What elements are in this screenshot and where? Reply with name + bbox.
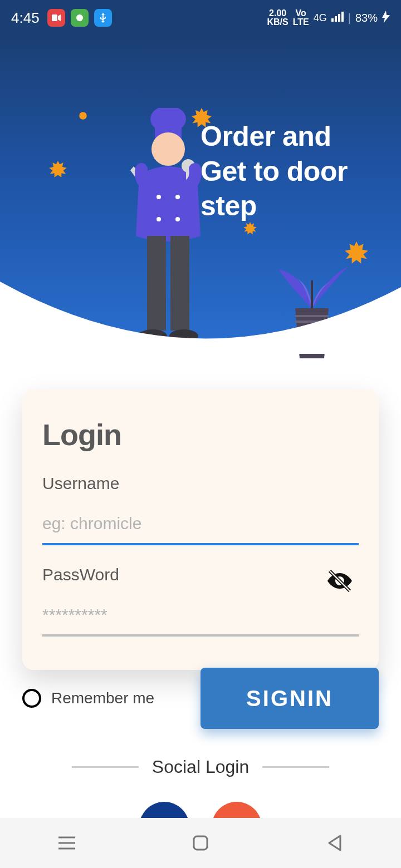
username-label: Username bbox=[42, 474, 359, 493]
signin-button[interactable]: SIGNIN bbox=[200, 668, 379, 729]
hero-line2: Get to door step bbox=[200, 154, 401, 224]
signal-bars-icon bbox=[331, 12, 344, 24]
charging-icon bbox=[382, 11, 390, 26]
radio-unchecked-icon bbox=[22, 689, 41, 708]
eye-off-icon bbox=[326, 568, 353, 594]
app-icon bbox=[71, 9, 89, 27]
sparkle-icon bbox=[78, 111, 88, 123]
net-speed-unit: KB/S bbox=[267, 18, 288, 27]
android-nav-bar bbox=[0, 818, 401, 868]
svg-point-11 bbox=[175, 195, 180, 199]
svg-point-9 bbox=[151, 132, 185, 166]
divider-line bbox=[72, 766, 139, 768]
svg-rect-5 bbox=[341, 12, 344, 22]
back-triangle-icon bbox=[326, 834, 343, 852]
svg-point-10 bbox=[157, 195, 161, 199]
svg-point-1 bbox=[76, 14, 83, 21]
home-button[interactable] bbox=[189, 832, 212, 854]
screen-record-icon bbox=[47, 9, 65, 27]
hero-banner: Order and Get to door step bbox=[0, 36, 401, 353]
password-label: PassWord bbox=[42, 565, 359, 584]
net-speed: 2.00 KB/S bbox=[267, 9, 288, 27]
hero-curve bbox=[0, 282, 401, 354]
password-input[interactable] bbox=[42, 598, 359, 637]
battery-percent: 83% bbox=[355, 12, 378, 24]
status-indicator-icons bbox=[47, 9, 112, 27]
status-left: 4:45 bbox=[11, 9, 112, 27]
svg-rect-4 bbox=[338, 14, 340, 22]
menu-icon bbox=[57, 835, 76, 851]
recents-button[interactable] bbox=[56, 832, 78, 854]
svg-point-13 bbox=[175, 217, 180, 221]
sparkle-icon bbox=[47, 161, 69, 184]
svg-rect-2 bbox=[331, 18, 334, 22]
status-bar: 4:45 2.00 KB/S Vo LTE 4 bbox=[0, 0, 401, 36]
net-speed-value: 2.00 bbox=[267, 9, 288, 18]
back-button[interactable] bbox=[323, 832, 345, 854]
volte-indicator: Vo LTE bbox=[293, 9, 309, 27]
sparkle-icon bbox=[242, 222, 258, 240]
username-field: Username bbox=[42, 474, 359, 545]
password-visibility-toggle[interactable] bbox=[326, 568, 353, 596]
social-heading-row: Social Login bbox=[0, 757, 401, 777]
svg-rect-0 bbox=[52, 14, 57, 21]
password-field: PassWord bbox=[42, 565, 359, 637]
volte-bottom: LTE bbox=[293, 18, 309, 27]
usb-icon bbox=[94, 9, 112, 27]
username-input[interactable] bbox=[42, 506, 359, 545]
svg-rect-3 bbox=[335, 16, 337, 22]
svg-point-6 bbox=[79, 112, 87, 120]
screen: 4:45 2.00 KB/S Vo LTE 4 bbox=[0, 0, 401, 868]
remember-me[interactable]: Remember me bbox=[22, 689, 154, 708]
svg-point-12 bbox=[157, 217, 161, 221]
svg-rect-28 bbox=[194, 836, 207, 850]
status-right: 2.00 KB/S Vo LTE 4G | 83% bbox=[267, 9, 390, 27]
login-actions: Remember me SIGNIN bbox=[22, 668, 379, 729]
social-login-title: Social Login bbox=[152, 757, 249, 777]
divider-line bbox=[262, 766, 329, 768]
hero-line1: Order and bbox=[200, 119, 401, 154]
login-card: Login Username PassWord bbox=[22, 389, 379, 670]
status-time: 4:45 bbox=[11, 9, 40, 27]
signal-4g: 4G bbox=[314, 12, 327, 24]
remember-me-label: Remember me bbox=[51, 689, 154, 707]
square-icon bbox=[192, 835, 209, 851]
login-title: Login bbox=[42, 417, 359, 452]
volte-top: Vo bbox=[293, 9, 309, 18]
hero-heading: Order and Get to door step bbox=[200, 119, 401, 224]
